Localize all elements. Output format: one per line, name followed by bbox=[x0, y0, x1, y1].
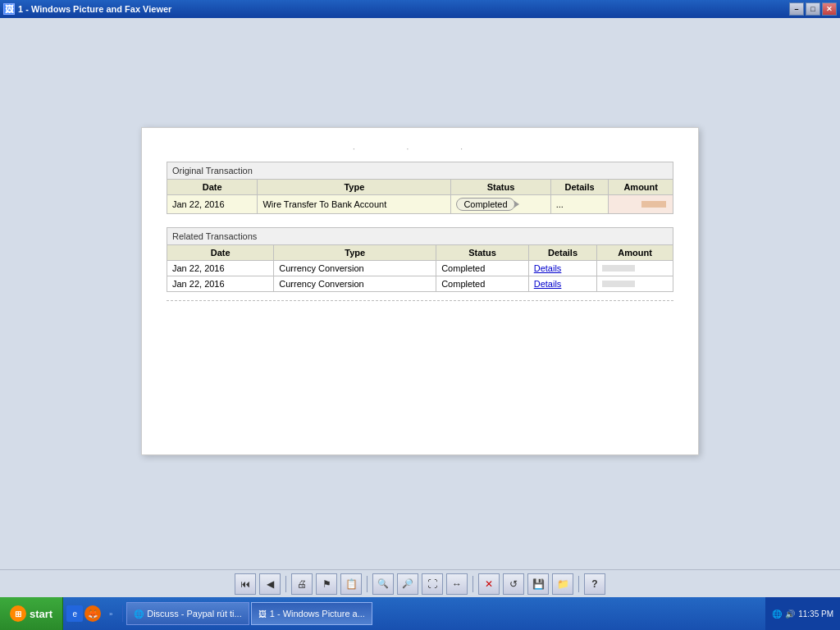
rel-row2-type: Currency Conversion bbox=[274, 276, 436, 292]
toolbar: ⏮ ◀ 🖨 ⚑ 📋 🔍 🔎 ⛶ ↔ ✕ ↺ 💾 📁 ? bbox=[0, 569, 840, 597]
network-icon: 🌐 bbox=[772, 609, 782, 619]
ie-icon[interactable]: e bbox=[66, 605, 83, 622]
rel-row2-details[interactable]: Details bbox=[528, 276, 596, 292]
fit-width-button[interactable]: ↔ bbox=[446, 573, 468, 595]
print-button[interactable]: 🖨 bbox=[291, 573, 313, 595]
rel-col-amount: Amount bbox=[597, 245, 673, 261]
folder-button[interactable]: 📁 bbox=[552, 573, 573, 595]
title-text: 1 - Windows Picture and Fax Viewer bbox=[18, 4, 171, 14]
dashed-separator bbox=[167, 300, 673, 301]
row-date: Jan 22, 2016 bbox=[167, 195, 258, 214]
close-button[interactable]: ✕ bbox=[822, 2, 837, 16]
table-row: Jan 22, 2016 Wire Transfer To Bank Accou… bbox=[167, 195, 673, 214]
taskbar-item-viewer[interactable]: 🖼 1 - Windows Picture a... bbox=[251, 602, 372, 625]
related-section-title: Related Transactions bbox=[167, 227, 673, 244]
rotate-ccw-button[interactable]: ↺ bbox=[503, 573, 524, 595]
original-transaction-section: Original Transaction Date Type Status De… bbox=[167, 162, 673, 214]
app-icon: 🖼 bbox=[3, 3, 15, 15]
rel-row2-status: Completed bbox=[436, 276, 529, 292]
col-type: Type bbox=[258, 180, 451, 195]
save-button[interactable]: 💾 bbox=[527, 573, 549, 595]
rel-col-date: Date bbox=[167, 245, 274, 261]
toolbar-sep-2 bbox=[367, 576, 368, 592]
related-table-header: Date Type Status Details Amount bbox=[167, 245, 673, 261]
document-paper: · · · Original Transaction Date Type Sta… bbox=[141, 127, 699, 455]
title-bar: 🖼 1 - Windows Picture and Fax Viewer – □… bbox=[0, 0, 840, 18]
minimize-button[interactable]: – bbox=[789, 2, 804, 16]
copy-button[interactable]: 📋 bbox=[340, 573, 362, 595]
rel-row1-status: Completed bbox=[436, 261, 529, 276]
first-page-button[interactable]: ⏮ bbox=[235, 573, 256, 595]
rel-row1-date: Jan 22, 2016 bbox=[167, 261, 274, 276]
delete-button[interactable]: ✕ bbox=[478, 573, 500, 595]
flag-button[interactable]: ⚑ bbox=[316, 573, 337, 595]
rel-col-status: Status bbox=[436, 245, 529, 261]
col-amount: Amount bbox=[609, 180, 673, 195]
start-button[interactable]: ⊞ start bbox=[0, 597, 63, 630]
original-transaction-table: Date Type Status Details Amount Jan 22, … bbox=[167, 179, 673, 214]
discuss-icon: 🌐 bbox=[134, 609, 144, 619]
row-amount bbox=[609, 195, 673, 214]
toolbar-sep-1 bbox=[285, 576, 286, 592]
viewer-icon: 🖼 bbox=[258, 609, 267, 619]
volume-icon: 🔊 bbox=[785, 609, 795, 619]
help-button[interactable]: ? bbox=[584, 573, 605, 595]
row-details: ... bbox=[550, 195, 609, 214]
original-section-title: Original Transaction bbox=[167, 162, 673, 179]
rel-col-type: Type bbox=[274, 245, 436, 261]
rel-row1-details[interactable]: Details bbox=[528, 261, 596, 276]
row-type: Wire Transfer To Bank Account bbox=[258, 195, 451, 214]
related-transactions-table: Date Type Status Details Amount Jan 22, … bbox=[167, 244, 673, 292]
fit-window-button[interactable]: ⛶ bbox=[422, 573, 443, 595]
status-bubble: Completed bbox=[456, 198, 514, 211]
table-row: Jan 22, 2016 Currency Conversion Complet… bbox=[167, 276, 673, 292]
taskbar: ⊞ start e 🦊 » 🌐 Discuss - Paypal rút ti.… bbox=[0, 597, 840, 630]
toolbar-sep-3 bbox=[472, 576, 473, 592]
col-details: Details bbox=[550, 180, 609, 195]
details-link-1[interactable]: Details bbox=[534, 263, 562, 273]
taskbar-items: 🌐 Discuss - Paypal rút ti... 🖼 1 - Windo… bbox=[123, 602, 765, 625]
chevron-icon: » bbox=[103, 605, 119, 622]
start-icon: ⊞ bbox=[10, 605, 26, 622]
maximize-button[interactable]: □ bbox=[806, 2, 820, 16]
title-controls: – □ ✕ bbox=[789, 2, 837, 16]
table-row: Jan 22, 2016 Currency Conversion Complet… bbox=[167, 261, 673, 276]
prev-page-button[interactable]: ◀ bbox=[259, 573, 281, 595]
clock: 11:35 PM bbox=[798, 609, 833, 619]
discuss-label: Discuss - Paypal rút ti... bbox=[147, 609, 242, 619]
quick-launch: e 🦊 » bbox=[63, 605, 123, 622]
col-status: Status bbox=[451, 180, 550, 195]
details-link-2[interactable]: Details bbox=[534, 279, 562, 289]
viewer-label: 1 - Windows Picture a... bbox=[270, 609, 365, 619]
related-transactions-section: Related Transactions Date Type Status De… bbox=[167, 227, 673, 301]
amount-bar bbox=[641, 201, 666, 208]
rel-row1-amount bbox=[597, 261, 673, 276]
main-area: · · · Original Transaction Date Type Sta… bbox=[0, 18, 840, 597]
original-table-header: Date Type Status Details Amount bbox=[167, 180, 673, 195]
col-date: Date bbox=[167, 180, 258, 195]
title-bar-left: 🖼 1 - Windows Picture and Fax Viewer bbox=[3, 3, 171, 15]
firefox-icon[interactable]: 🦊 bbox=[84, 605, 101, 622]
rel-row2-amount bbox=[597, 276, 673, 292]
taskbar-system-tray: 🌐 🔊 11:35 PM bbox=[765, 597, 840, 630]
rel-col-details: Details bbox=[528, 245, 596, 261]
zoom-out-button[interactable]: 🔍 bbox=[372, 573, 394, 595]
zoom-in-button[interactable]: 🔎 bbox=[397, 573, 418, 595]
rel-row2-date: Jan 22, 2016 bbox=[167, 276, 274, 292]
rel-row1-type: Currency Conversion bbox=[274, 261, 436, 276]
start-label: start bbox=[30, 608, 52, 620]
row-status: Completed bbox=[451, 195, 550, 214]
toolbar-sep-4 bbox=[578, 576, 579, 592]
taskbar-item-discuss[interactable]: 🌐 Discuss - Paypal rút ti... bbox=[126, 602, 249, 625]
paper-dots: · · · bbox=[167, 144, 673, 153]
